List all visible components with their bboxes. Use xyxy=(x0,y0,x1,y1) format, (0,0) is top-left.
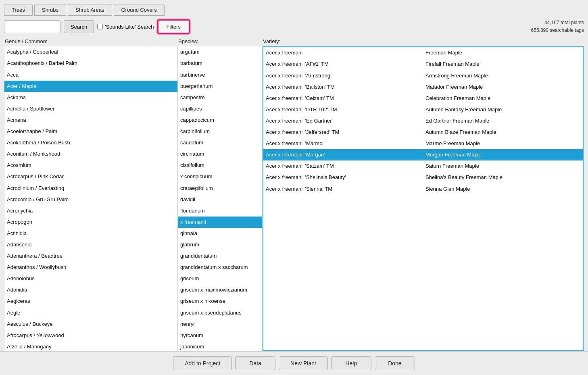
genus-item[interactable]: Adenanthera / Beadtree xyxy=(4,250,177,262)
variety-item-name[interactable]: Acer x freemanii 'Jeffersred' TM xyxy=(263,127,423,138)
help-button[interactable]: Help xyxy=(331,356,371,370)
species-item[interactable]: carpinifolium xyxy=(178,126,262,137)
new-plant-button[interactable]: New Plant xyxy=(279,356,328,370)
genus-item[interactable]: Aegle xyxy=(4,307,177,319)
search-input[interactable] xyxy=(4,20,60,33)
variety-item-common[interactable]: Autumn Fantasy Freeman Maple xyxy=(423,104,583,115)
variety-item-common[interactable]: Marmo Freeman Maple xyxy=(423,138,583,149)
species-item[interactable]: barbatum xyxy=(178,58,262,69)
variety-item-common[interactable]: Matador Freeman Maple xyxy=(423,81,583,93)
genus-item[interactable]: Acrocarpus / Pink Cedar xyxy=(4,171,177,182)
species-item[interactable]: griseum x pseudoplatanus xyxy=(178,307,262,319)
species-item[interactable]: ginnala xyxy=(178,228,262,239)
data-button[interactable]: Data xyxy=(235,356,275,370)
species-item[interactable]: x freemanii xyxy=(178,217,262,228)
species-item[interactable]: henryi xyxy=(178,319,262,330)
genus-item[interactable]: Acosmium xyxy=(4,160,177,171)
species-item[interactable]: davidii xyxy=(178,194,262,205)
variety-item-common[interactable]: Shelina's Beauty Freeman Maple xyxy=(423,172,583,183)
variety-item-name[interactable]: Acer x freemanii 'Celzam' TM xyxy=(263,93,423,104)
genus-item[interactable]: Afzelia / Mahogany xyxy=(4,341,177,351)
variety-item-common[interactable]: Armstrong Freeman Maple xyxy=(423,70,583,81)
genus-item[interactable]: Acropogon xyxy=(4,217,177,228)
genus-item[interactable]: Adenolobus xyxy=(4,273,177,284)
variety-item-common[interactable]: Saturn Freeman Maple xyxy=(423,160,583,172)
variety-item-name[interactable]: Acer x freemanii 'Shelina's Beauty' xyxy=(263,172,423,183)
genus-list[interactable]: Acalypha / CopperleafAcanthophoenix / Ba… xyxy=(4,46,178,351)
variety-item-name[interactable]: Acer x freemanii 'Bailston' TM xyxy=(263,81,423,93)
species-item[interactable]: grandidentatum xyxy=(178,250,262,262)
genus-item[interactable]: Acca xyxy=(4,69,177,81)
species-item[interactable]: capillipes xyxy=(178,103,262,115)
genus-item[interactable]: Aesculus / Buckeye xyxy=(4,319,177,330)
variety-item-common[interactable]: Freeman Maple xyxy=(423,47,583,58)
genus-item[interactable]: Aegiceras xyxy=(4,296,177,307)
variety-item-common[interactable]: Ed Gartner Freeman Maple xyxy=(423,115,583,127)
species-item[interactable]: argutum xyxy=(178,46,262,58)
search-button[interactable]: Search xyxy=(64,20,94,33)
genus-item[interactable]: Acanthophoenix / Barbel Palm xyxy=(4,58,177,69)
variety-item-name[interactable]: Acer x freemanii 'Armstrong' xyxy=(263,70,423,81)
species-item[interactable]: barbinerve xyxy=(178,69,262,81)
tab-trees[interactable]: Trees xyxy=(4,4,33,16)
species-item[interactable]: x conspicuum xyxy=(178,171,262,182)
genus-item[interactable]: Acroclinium / Everlasting xyxy=(4,183,177,194)
species-item[interactable]: cissifolium xyxy=(178,160,262,171)
variety-item-name[interactable]: Acer x freemanii 'Ed Gartner' xyxy=(263,115,423,127)
variety-header: Variety: xyxy=(262,38,584,44)
variety-item-name[interactable]: Acer x freemanii 'AF#1' TM xyxy=(263,58,423,70)
genus-item[interactable]: Adansonia xyxy=(4,239,177,250)
sounds-like-container: 'Sounds Like' Search xyxy=(97,24,154,30)
variety-item-common[interactable]: Celebration Freeman Maple xyxy=(423,93,583,104)
main-container: Trees Shrubs Shrub Areas Ground Covers S… xyxy=(0,0,588,375)
genus-item[interactable]: Acmella / Spotflower xyxy=(4,103,177,115)
variety-item-common[interactable]: Sienna Glen Maple xyxy=(423,183,583,195)
species-item[interactable]: griseum xyxy=(178,273,262,284)
species-item[interactable]: buergerianum xyxy=(178,81,262,92)
species-item[interactable]: crataegifolium xyxy=(178,183,262,194)
variety-item-name[interactable]: Acer x freemanii 'Satzam' TM xyxy=(263,160,423,172)
variety-item-common[interactable]: Morgan Freeman Maple xyxy=(423,149,583,160)
species-item[interactable]: caudatum xyxy=(178,137,262,148)
species-item[interactable]: grandidentatum x saccharum xyxy=(178,262,262,273)
add-to-project-button[interactable]: Add to Project xyxy=(173,356,232,370)
done-button[interactable]: Done xyxy=(375,356,415,370)
tab-shrub-areas[interactable]: Shrub Areas xyxy=(68,4,112,16)
variety-item-name[interactable]: Acer x freemanii 'Sienna' TM xyxy=(263,183,423,195)
species-item[interactable]: glabrum xyxy=(178,239,262,250)
species-item[interactable]: cappadocicum xyxy=(178,115,262,126)
genus-item[interactable]: Adenanthos / Woollybush xyxy=(4,262,177,273)
variety-item-name[interactable]: Acer x freemanii 'Morgan' xyxy=(263,149,423,160)
genus-item[interactable]: Aconitum / Monkshood xyxy=(4,148,177,160)
species-item[interactable]: griseum x maximowiczianum xyxy=(178,284,262,296)
species-item[interactable]: japonicum xyxy=(178,341,262,351)
genus-item[interactable]: Acmena xyxy=(4,115,177,126)
species-item[interactable]: griseum x nikoense xyxy=(178,296,262,307)
genus-item[interactable]: Actinidia xyxy=(4,228,177,239)
filters-button[interactable]: Filters xyxy=(157,19,190,34)
variety-col-left[interactable]: Acer x freemaniiAcer x freemanii 'AF#1' … xyxy=(263,47,423,350)
species-item[interactable]: floridanum xyxy=(178,205,262,217)
genus-item[interactable]: Acer / Maple xyxy=(4,81,177,92)
genus-item[interactable]: Adonidia xyxy=(4,284,177,296)
tab-ground-covers[interactable]: Ground Covers xyxy=(114,4,165,16)
species-list[interactable]: argutumbarbatumbarbinervebuergerianumcam… xyxy=(178,46,263,351)
genus-item[interactable]: Acronychia xyxy=(4,205,177,217)
genus-item[interactable]: Acrocomia / Gru-Gru Palm xyxy=(4,194,177,205)
genus-item[interactable]: Acalypha / Copperleaf xyxy=(4,46,177,58)
tab-shrubs[interactable]: Shrubs xyxy=(34,4,66,16)
species-item[interactable]: campestre xyxy=(178,92,262,103)
variety-item-name[interactable]: Acer x freemanii 'DTR 102' TM xyxy=(263,104,423,115)
variety-item-name[interactable]: Acer x freemanii xyxy=(263,47,423,58)
sounds-like-checkbox[interactable] xyxy=(97,24,103,29)
species-item[interactable]: hyrcanum xyxy=(178,330,262,341)
species-item[interactable]: circinatum xyxy=(178,148,262,160)
variety-col-right[interactable]: Freeman MapleFirefall Freeman MapleArmst… xyxy=(423,47,583,350)
variety-item-name[interactable]: Acer x freemanii 'Marmo' xyxy=(263,138,423,149)
genus-item[interactable]: Afrocarpus / Yellowwood xyxy=(4,330,177,341)
genus-item[interactable]: Acoelorrhaphe / Palm xyxy=(4,126,177,137)
variety-item-common[interactable]: Firefall Freeman Maple xyxy=(423,58,583,70)
variety-item-common[interactable]: Autumn Blaze Freeman Maple xyxy=(423,127,583,138)
genus-item[interactable]: Ackama xyxy=(4,92,177,103)
genus-item[interactable]: Acokanthera / Poison Bush xyxy=(4,137,177,148)
